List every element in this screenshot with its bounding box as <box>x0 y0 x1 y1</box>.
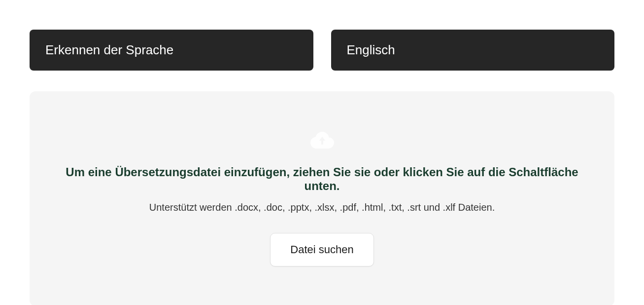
target-language-selector[interactable]: Englisch <box>331 30 615 71</box>
language-selectors: Erkennen der Sprache Englisch <box>30 30 614 71</box>
target-language-label: Englisch <box>347 42 395 57</box>
dropzone-subtitle: Unterstützt werden .docx, .doc, .pptx, .… <box>149 202 495 213</box>
browse-button-label: Datei suchen <box>290 243 353 256</box>
file-dropzone[interactable]: Um eine Übersetzungsdatei einzufügen, zi… <box>30 91 614 305</box>
browse-file-button[interactable]: Datei suchen <box>270 233 373 267</box>
source-language-label: Erkennen der Sprache <box>45 42 173 57</box>
dropzone-title: Um eine Übersetzungsdatei einzufügen, zi… <box>49 165 595 193</box>
source-language-selector[interactable]: Erkennen der Sprache <box>30 30 313 71</box>
upload-cloud-icon <box>310 131 334 151</box>
